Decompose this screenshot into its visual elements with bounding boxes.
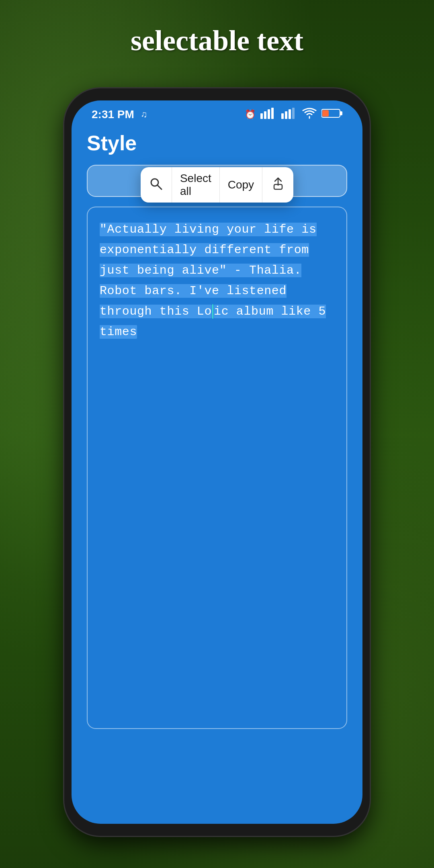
context-menu: Select all Copy: [141, 167, 293, 203]
copy-context-button[interactable]: Copy: [220, 167, 262, 203]
signal-bars2-icon: [281, 108, 297, 121]
app-title: selectable text: [131, 24, 303, 57]
text-area[interactable]: Select all Copy: [87, 207, 347, 729]
battery-icon: [321, 108, 342, 121]
spotify-icon: ♫: [141, 109, 147, 120]
share-context-button[interactable]: [262, 167, 293, 203]
svg-rect-0: [260, 113, 263, 119]
search-context-button[interactable]: [141, 167, 172, 203]
phone-screen: 2:31 PM ♫ ⏰: [72, 100, 362, 824]
svg-rect-1: [264, 111, 266, 119]
svg-rect-9: [340, 111, 342, 115]
signal-bars-icon: [260, 108, 276, 121]
svg-rect-10: [322, 110, 329, 117]
share-icon: [272, 177, 285, 193]
status-left: 2:31 PM ♫: [92, 108, 147, 121]
search-icon: [149, 177, 162, 193]
svg-line-12: [158, 185, 162, 189]
status-right: ⏰: [245, 108, 342, 121]
phone-frame: 2:31 PM ♫ ⏰: [64, 88, 370, 836]
select-all-label: Select all: [180, 172, 211, 198]
text-content[interactable]: "Actually living your life is exponentia…: [100, 219, 334, 342]
wifi-icon: [302, 108, 317, 121]
select-all-context-button[interactable]: Select all: [172, 167, 220, 203]
page-title: Style: [87, 126, 347, 165]
alarm-icon: ⏰: [245, 109, 256, 120]
svg-rect-6: [289, 109, 291, 119]
highlighted-text: "Actually living your life is exponentia…: [100, 223, 317, 318]
svg-rect-4: [281, 113, 284, 119]
svg-rect-5: [285, 111, 287, 119]
svg-rect-3: [271, 108, 274, 119]
status-time: 2:31 PM: [92, 108, 134, 121]
copy-label: Copy: [228, 178, 254, 191]
screen-content: Style Tab: [72, 126, 362, 729]
status-bar: 2:31 PM ♫ ⏰: [72, 100, 362, 126]
svg-rect-7: [292, 108, 295, 119]
svg-rect-2: [268, 109, 270, 119]
